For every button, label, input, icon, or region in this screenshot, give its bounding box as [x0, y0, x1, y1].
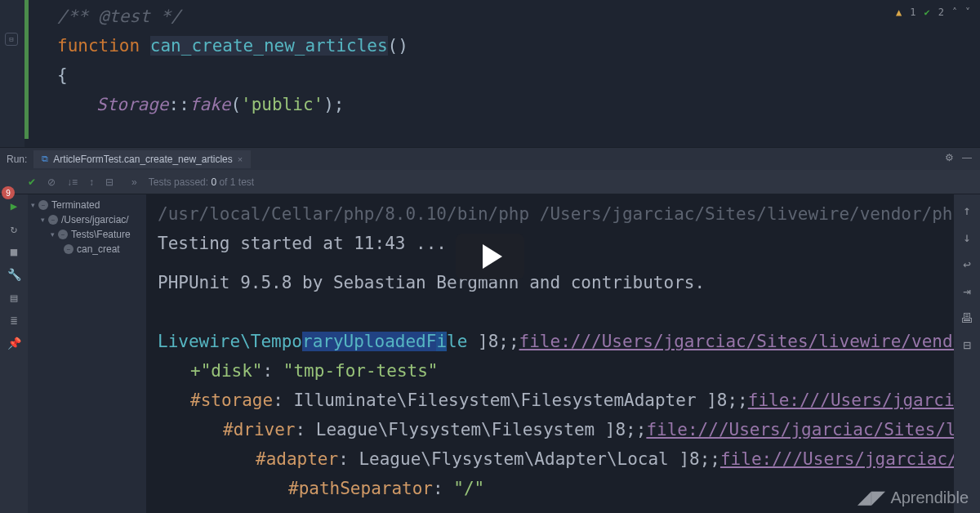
console-output[interactable]: /usr/local/Cellar/php/8.0.10/bin/php /Us…: [146, 194, 954, 513]
editor-pane: ⊟ /** @test */ function can_create_new_a…: [0, 0, 980, 147]
warning-icon: ▲: [896, 7, 902, 18]
wrap-icon[interactable]: ↩: [963, 256, 971, 272]
console-started: Testing started at 11:43 ...: [158, 229, 954, 258]
toolbar-expand-icon[interactable]: ↕: [89, 176, 94, 188]
function-name: can_create_new_articles: [150, 36, 388, 56]
gutter-marker-icon[interactable]: ⊟: [5, 33, 18, 46]
tests-passed-label: Tests passed: 0 of 1 test: [149, 176, 254, 188]
layout-icon[interactable]: ▤: [7, 291, 20, 304]
toolbar-collapse-icon[interactable]: ⊟: [105, 176, 114, 188]
docblock-comment: /** @test */: [57, 7, 181, 26]
chevron-down-icon[interactable]: ˅: [965, 7, 970, 18]
rerun-icon[interactable]: ↻: [7, 222, 20, 235]
pin-icon[interactable]: 📌: [7, 337, 20, 350]
toolbar-filter-icon[interactable]: ⊘: [47, 176, 56, 188]
toolbar-sort-icon[interactable]: ↓≡: [67, 176, 78, 188]
run-tab-bar: Run: ⧉ ArticleFormTest.can_create_new_ar…: [0, 147, 980, 170]
code-area[interactable]: /** @test */ function can_create_new_art…: [0, 0, 980, 119]
run-icon[interactable]: ▶: [7, 199, 20, 212]
keyword-function: function: [57, 36, 140, 56]
gear-icon[interactable]: ⚙: [945, 152, 954, 163]
vcs-change-stripe: [24, 0, 29, 139]
console-phpunit: PHPUnit 9.5.8 by Sebastian Bergmann and …: [158, 268, 954, 297]
play-icon: [483, 244, 502, 269]
check-icon: ✔: [924, 7, 930, 18]
run-left-rail: ▶ ↻ ■ 🔧 ▤ ≣ 📌: [0, 194, 28, 513]
test-config-icon: ⧉: [42, 154, 48, 164]
console-path: /usr/local/Cellar/php/8.0.10/bin/php /Us…: [158, 199, 954, 229]
nav-down-icon[interactable]: ↓: [963, 230, 971, 245]
wrench-icon[interactable]: 🔧: [7, 268, 20, 281]
history-icon[interactable]: ≣: [7, 314, 20, 327]
class-reference: Storage: [96, 95, 169, 114]
console-object-line: Livewire\TemporaryUploadedFile ]8;;file:…: [158, 327, 954, 356]
print-icon[interactable]: 🖶: [960, 310, 973, 326]
video-play-button[interactable]: [456, 234, 524, 279]
toolbar-check-icon[interactable]: ✔: [28, 176, 36, 188]
watermark: ◢◤ Aprendible: [858, 487, 969, 508]
stop-icon[interactable]: ■: [7, 245, 20, 258]
run-label: Run:: [0, 154, 33, 165]
test-tree[interactable]: ▾−Terminated ▾−/Users/jgarciac/ ▾−Tests\…: [28, 194, 146, 513]
nav-up-icon[interactable]: ↑: [963, 203, 971, 218]
inspection-indicators[interactable]: ▲1 ✔2 ˄ ˅: [896, 7, 970, 18]
notification-badge[interactable]: 9: [2, 186, 15, 199]
close-icon[interactable]: ×: [238, 154, 243, 164]
watermark-logo-icon: ◢◤: [858, 487, 885, 508]
console-right-rail: ↑ ↓ ↩ ⇥ 🖶 ⊟: [954, 194, 980, 513]
run-toolbar: ✔ ⊘ ↓≡ ↕ ⊟ » Tests passed: 0 of 1 test: [0, 170, 980, 194]
minimize-icon[interactable]: —: [962, 152, 972, 163]
run-tab[interactable]: ⧉ ArticleFormTest.can_create_new_article…: [33, 150, 251, 168]
clear-icon[interactable]: ⊟: [963, 337, 971, 353]
editor-gutter: [0, 0, 24, 147]
chevron-up-icon[interactable]: ˄: [952, 7, 957, 18]
scroll-end-icon[interactable]: ⇥: [963, 283, 971, 299]
